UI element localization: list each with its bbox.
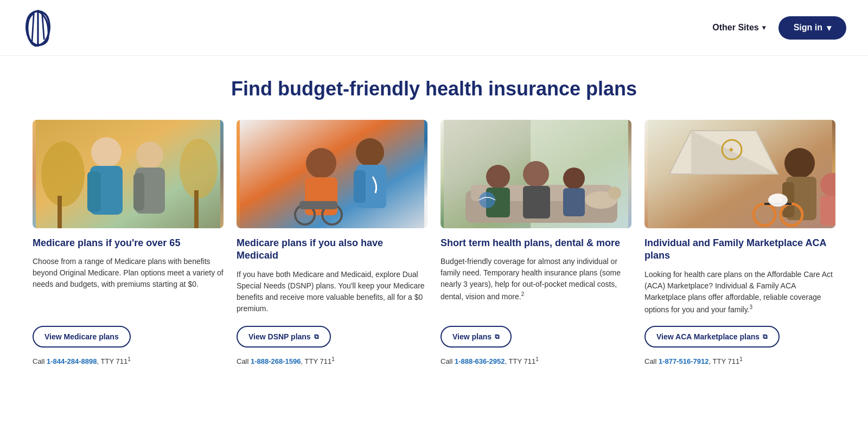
other-sites-label: Other Sites bbox=[712, 23, 758, 33]
svg-rect-28 bbox=[523, 186, 550, 218]
svg-rect-4 bbox=[87, 171, 101, 212]
svg-point-29 bbox=[563, 168, 585, 189]
external-link-icon: ⧉ bbox=[495, 333, 500, 340]
card-aca: ✦ Individual and Family bbox=[644, 120, 835, 366]
card-image-care bbox=[237, 120, 427, 228]
call-text: Call bbox=[237, 358, 251, 366]
svg-point-5 bbox=[136, 141, 163, 169]
footnote-1: 1 bbox=[331, 356, 335, 362]
footnote-1: 1 bbox=[535, 356, 539, 362]
svg-point-8 bbox=[41, 141, 85, 207]
card-heading-aca: Individual and Family Marketplace ACA pl… bbox=[644, 237, 835, 262]
call-suffix: , TTY 711 bbox=[505, 358, 536, 366]
svg-point-13 bbox=[306, 148, 336, 178]
call-text: Call bbox=[33, 358, 47, 366]
svg-rect-43 bbox=[820, 196, 835, 226]
card-description-short-term: Budget-friendly coverage for almost any … bbox=[441, 256, 631, 315]
call-suffix: , TTY 711 bbox=[709, 358, 740, 366]
card-heading-short-term: Short term health plans, dental & more bbox=[441, 237, 631, 249]
view-medicare-plans-label: View Medicare plans bbox=[44, 332, 119, 341]
view-plans-button[interactable]: View plans ⧉ bbox=[441, 326, 512, 348]
call-number-medicare-65[interactable]: 1-844-284-8898 bbox=[47, 358, 97, 366]
call-info-medicaid: Call 1-888-268-1596, TTY 7111 bbox=[237, 356, 427, 365]
card-description-medicare-65: Choose from a range of Medicare plans wi… bbox=[33, 256, 224, 315]
svg-rect-7 bbox=[133, 173, 144, 211]
seniors-illustration bbox=[33, 120, 224, 228]
call-number-medicaid[interactable]: 1-888-268-1596 bbox=[251, 358, 301, 366]
svg-rect-30 bbox=[563, 188, 585, 216]
call-number-aca[interactable]: 1-877-516-7912 bbox=[659, 358, 709, 366]
other-sites-button[interactable]: Other Sites ▾ bbox=[712, 23, 765, 33]
main-content: Find budget-friendly health insurance pl… bbox=[0, 56, 868, 388]
svg-point-48 bbox=[768, 194, 788, 207]
card-medicare-over-65: Medicare plans if you're over 65 Choose … bbox=[33, 120, 224, 366]
footnote-2: 2 bbox=[521, 291, 525, 297]
kids-illustration: ✦ bbox=[644, 120, 835, 228]
svg-point-18 bbox=[356, 138, 384, 166]
svg-rect-17 bbox=[299, 201, 337, 209]
call-suffix: , TTY 711 bbox=[301, 358, 332, 366]
svg-point-25 bbox=[486, 165, 510, 189]
footnote-1: 1 bbox=[739, 356, 743, 362]
view-dsnp-plans-button[interactable]: View DSNP plans ⧉ bbox=[237, 326, 331, 348]
call-text: Call bbox=[644, 358, 659, 366]
card-image-seniors bbox=[33, 120, 224, 228]
call-number-short-term[interactable]: 1-888-636-2952 bbox=[455, 358, 505, 366]
chevron-down-icon: ▾ bbox=[827, 23, 831, 33]
view-aca-plans-button[interactable]: View ACA Marketplace plans ⧉ bbox=[644, 326, 780, 348]
header-nav: Other Sites ▾ Sign in ▾ bbox=[712, 16, 846, 40]
care-illustration bbox=[237, 120, 427, 228]
call-text: Call bbox=[441, 358, 455, 366]
call-info-medicare-65: Call 1-844-284-8898, TTY 7111 bbox=[33, 356, 224, 365]
family-illustration bbox=[441, 120, 631, 228]
footnote-3: 3 bbox=[750, 304, 753, 310]
external-link-icon: ⧉ bbox=[314, 333, 319, 340]
card-description-medicaid: If you have both Medicare and Medicaid, … bbox=[237, 269, 427, 316]
sign-in-button[interactable]: Sign in ▾ bbox=[778, 16, 846, 40]
card-heading-medicaid: Medicare plans if you also have Medicaid bbox=[237, 237, 427, 262]
card-image-kids: ✦ bbox=[644, 120, 835, 228]
external-link-icon: ⧉ bbox=[763, 333, 768, 340]
svg-text:✦: ✦ bbox=[727, 145, 735, 155]
card-image-family bbox=[441, 120, 631, 228]
svg-point-33 bbox=[479, 192, 495, 208]
svg-rect-20 bbox=[354, 170, 366, 203]
site-header: Other Sites ▾ Sign in ▾ bbox=[0, 0, 868, 56]
svg-point-39 bbox=[784, 148, 815, 178]
call-info-short-term: Call 1-888-636-2952, TTY 7111 bbox=[441, 356, 631, 365]
view-dsnp-label: View DSNP plans bbox=[248, 332, 311, 341]
page-title: Find budget-friendly health insurance pl… bbox=[33, 78, 835, 100]
uhc-logo-icon bbox=[22, 9, 54, 47]
footnote-1: 1 bbox=[127, 356, 131, 362]
svg-point-32 bbox=[608, 186, 621, 200]
chevron-down-icon: ▾ bbox=[762, 24, 765, 31]
call-suffix: , TTY 711 bbox=[97, 358, 128, 366]
sign-in-label: Sign in bbox=[794, 23, 822, 33]
svg-rect-10 bbox=[58, 196, 62, 228]
view-medicare-plans-button[interactable]: View Medicare plans bbox=[33, 326, 131, 348]
svg-point-2 bbox=[91, 137, 122, 168]
svg-rect-14 bbox=[305, 177, 337, 215]
plan-cards-container: Medicare plans if you're over 65 Choose … bbox=[33, 120, 835, 366]
card-short-term: Short term health plans, dental & more B… bbox=[441, 120, 631, 366]
view-aca-label: View ACA Marketplace plans bbox=[656, 332, 760, 341]
call-info-aca: Call 1-877-516-7912, TTY 7111 bbox=[644, 356, 835, 365]
logo bbox=[22, 9, 54, 47]
card-description-aca: Looking for health care plans on the Aff… bbox=[644, 269, 835, 316]
card-medicare-medicaid: Medicare plans if you also have Medicaid… bbox=[237, 120, 427, 366]
svg-rect-11 bbox=[194, 190, 199, 228]
svg-point-27 bbox=[523, 161, 549, 187]
svg-point-9 bbox=[180, 139, 218, 198]
view-plans-label: View plans bbox=[452, 332, 492, 341]
card-heading-medicare-65: Medicare plans if you're over 65 bbox=[33, 237, 224, 249]
